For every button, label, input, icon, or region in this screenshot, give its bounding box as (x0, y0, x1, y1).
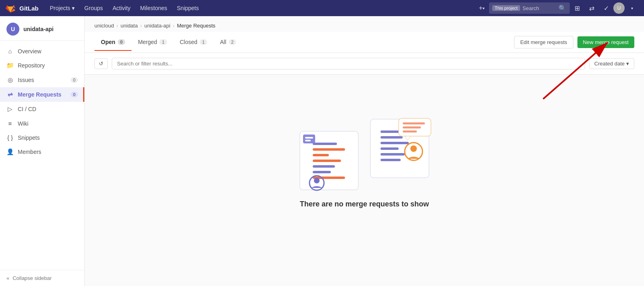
user-avatar-nav[interactable]: U (613, 2, 625, 14)
main-content: unicloud › unidata › unidata-api › Merge… (85, 16, 644, 286)
svg-rect-25 (403, 122, 425, 124)
avatar: U (6, 23, 19, 36)
breadcrumb-sep-2: › (140, 23, 142, 29)
merge-requests-illustration (292, 107, 437, 196)
gitlab-logo[interactable]: GitLab (5, 2, 39, 14)
collapse-sidebar-button[interactable]: « Collapse sidebar (6, 275, 78, 281)
sidebar-footer: « Collapse sidebar (0, 270, 84, 286)
new-merge-request-button[interactable]: New merge request (577, 36, 634, 48)
svg-rect-11 (303, 135, 315, 143)
tab-open[interactable]: Open 0 (94, 34, 132, 51)
reset-filter-icon: ↺ (99, 61, 103, 67)
svg-rect-27 (403, 130, 417, 132)
main-layout: U unidata-api ⌂ Overview 📁 Repository ◎ … (0, 16, 644, 286)
filter-bar: ↺ Created date ▾ (85, 53, 644, 75)
nav-activity[interactable]: Activity (108, 0, 135, 16)
filter-reset-button[interactable]: ↺ (94, 58, 108, 69)
breadcrumb-sep-3: › (173, 23, 174, 29)
merge-requests-icon-button[interactable]: ⇄ (584, 0, 599, 16)
todo-icon: ✓ (604, 4, 609, 12)
members-icon: 👤 (6, 148, 14, 156)
breadcrumb-current: Merge Requests (177, 23, 215, 29)
plus-menu-button[interactable]: + ▾ (475, 0, 489, 16)
snippets-icon: { } (6, 134, 14, 141)
code-review-icon: ⇄ (589, 4, 594, 12)
nav-snippets[interactable]: Snippets (172, 0, 203, 16)
breadcrumb: unicloud › unidata › unidata-api › Merge… (85, 16, 644, 32)
svg-rect-4 (313, 143, 337, 145)
issues-badge: 0 (71, 77, 78, 83)
sidebar-item-snippets[interactable]: { } Snippets (0, 130, 84, 145)
sidebar-user-header: U unidata-api (0, 16, 84, 41)
sort-dropdown-button[interactable]: Created date ▾ (589, 58, 634, 69)
empty-state: There are no merge requests to show (85, 75, 644, 233)
search-bar[interactable]: This project Search 🔍 (489, 2, 570, 14)
svg-rect-17 (381, 147, 399, 150)
chevron-down-icon: ▾ (631, 6, 633, 11)
merge-request-tabs: Open 0 Merged 1 Closed 1 All 2 (94, 34, 243, 51)
sidebar-item-members[interactable]: 👤 Members (0, 145, 84, 159)
svg-rect-12 (305, 137, 313, 139)
svg-rect-13 (305, 140, 311, 141)
gitlab-logo-text: GitLab (19, 5, 39, 12)
breadcrumb-unicloud[interactable]: unicloud (94, 23, 114, 29)
svg-rect-7 (313, 160, 341, 162)
sidebar-item-repository[interactable]: 📁 Repository (0, 58, 84, 73)
sidebar-item-cicd[interactable]: ▷ CI / CD (0, 102, 84, 116)
merge-requests-header: Open 0 Merged 1 Closed 1 All 2 Edit merg… (85, 32, 644, 53)
todos-icon-button[interactable]: ✓ (599, 0, 613, 16)
nav-milestones[interactable]: Milestones (135, 0, 172, 16)
closed-count-badge: 1 (200, 39, 207, 45)
svg-rect-19 (381, 159, 401, 161)
nav-projects[interactable]: Projects ▾ (45, 0, 80, 16)
svg-rect-6 (313, 154, 329, 156)
broadcast-icon-button[interactable]: ⊞ (570, 0, 584, 16)
wiki-icon: ≡ (6, 120, 14, 127)
chevron-down-icon: ▾ (626, 61, 629, 67)
sidebar-item-merge-requests[interactable]: ⇌ Merge Requests 0 (0, 87, 84, 102)
repository-icon: 📁 (6, 62, 14, 69)
chevron-left-icon: « (6, 275, 9, 281)
sidebar: U unidata-api ⌂ Overview 📁 Repository ◎ … (0, 16, 85, 286)
cicd-icon: ▷ (6, 105, 14, 113)
merge-requests-badge: 0 (71, 92, 78, 97)
svg-rect-5 (313, 148, 345, 151)
sidebar-item-wiki[interactable]: ≡ Wiki (0, 116, 84, 130)
filter-search-input[interactable] (112, 58, 585, 69)
merge-requests-icon: ⇌ (6, 91, 14, 98)
all-count-badge: 2 (229, 39, 236, 45)
top-navigation: GitLab Projects ▾ Groups Activity Milest… (0, 0, 644, 16)
search-input[interactable]: Search (523, 5, 539, 11)
svg-point-23 (314, 178, 320, 183)
svg-rect-8 (313, 165, 335, 168)
tab-merged[interactable]: Merged 1 (132, 34, 174, 51)
issues-icon: ◎ (6, 76, 14, 84)
search-icon: 🔍 (558, 4, 567, 12)
breadcrumb-unidata[interactable]: unidata (121, 23, 138, 29)
merged-count-badge: 1 (159, 39, 167, 45)
sidebar-item-issues[interactable]: ◎ Issues 0 (0, 73, 84, 87)
empty-state-message: There are no merge requests to show (300, 200, 429, 208)
svg-rect-18 (381, 153, 405, 156)
edit-merge-requests-button[interactable]: Edit merge requests (514, 36, 573, 48)
breadcrumb-unidata-api[interactable]: unidata-api (144, 23, 170, 29)
nav-groups[interactable]: Groups (79, 0, 108, 16)
search-scope-label: This project (492, 5, 520, 11)
breadcrumb-sep-1: › (116, 23, 118, 29)
sidebar-item-overview[interactable]: ⌂ Overview (0, 44, 84, 58)
home-icon: ⌂ (6, 48, 14, 55)
sidebar-username: unidata-api (23, 26, 54, 32)
open-count-badge: 0 (118, 39, 125, 45)
svg-point-21 (410, 145, 417, 152)
user-menu-chevron[interactable]: ▾ (625, 0, 639, 16)
empty-illustration (94, 107, 634, 196)
tab-closed[interactable]: Closed 1 (174, 34, 214, 51)
svg-rect-16 (381, 142, 409, 144)
broadcast-icon: ⊞ (575, 4, 580, 12)
gitlab-fox-icon (5, 2, 16, 14)
sidebar-navigation: ⌂ Overview 📁 Repository ◎ Issues 0 ⇌ Mer… (0, 41, 84, 270)
svg-rect-15 (381, 136, 403, 139)
svg-rect-9 (313, 171, 331, 173)
merge-request-actions: Edit merge requests New merge request (514, 32, 634, 53)
tab-all[interactable]: All 2 (213, 34, 243, 51)
